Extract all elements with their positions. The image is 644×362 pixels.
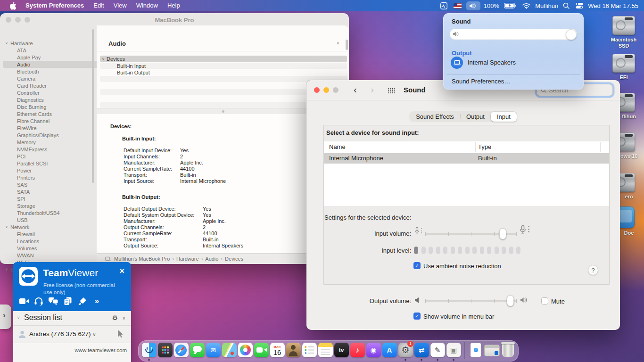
dock-photos[interactable]	[237, 340, 253, 362]
sidebar-item-thunderbolt-usb4[interactable]: Thunderbolt/USB4	[3, 209, 107, 216]
output-volume-slider[interactable]	[425, 295, 517, 306]
sound-preferences-item[interactable]: Sound Preferences…	[452, 78, 510, 85]
sidebar-item-diagnostics[interactable]: Diagnostics	[3, 96, 107, 103]
dock-launchpad[interactable]	[157, 340, 173, 362]
video-icon[interactable]	[19, 297, 29, 305]
sidebar-item-graphics-displays[interactable]: Graphics/Displays	[3, 132, 107, 139]
sidebar-item-card-reader[interactable]: Card Reader	[3, 82, 107, 89]
dock-system-preferences[interactable]: ⚙1	[397, 340, 413, 362]
slider-knob[interactable]	[507, 295, 514, 306]
dock-messages[interactable]	[189, 340, 205, 362]
sidebar-section-network[interactable]: ∨Network	[3, 223, 92, 230]
more-icon[interactable]: »	[92, 297, 102, 305]
sidebar-item-bluetooth[interactable]: Bluetooth	[3, 68, 107, 75]
popover-volume-slider[interactable]	[450, 29, 577, 40]
tab-output[interactable]: Output	[460, 112, 491, 122]
input-volume-slider[interactable]	[425, 228, 517, 239]
menu-help[interactable]: Help	[163, 0, 185, 11]
sidebar-item-storage[interactable]: Storage	[3, 202, 107, 209]
back-button[interactable]: ‹	[354, 83, 357, 96]
dock-teamviewer[interactable]: ⇄	[413, 340, 429, 362]
tab-sound-effects[interactable]: Sound Effects	[410, 112, 460, 122]
battery-icon[interactable]	[503, 3, 518, 8]
brush-icon[interactable]	[77, 297, 87, 305]
dock-app-store[interactable]: A	[381, 340, 397, 362]
user-menu[interactable]: Muflihun	[535, 2, 558, 9]
dock-finder[interactable]	[141, 340, 157, 362]
dock-contacts[interactable]	[285, 340, 301, 362]
desktop-icon-macintosh-ssd[interactable]	[612, 16, 635, 35]
activity-icon[interactable]	[439, 2, 449, 9]
menu-view[interactable]: View	[109, 0, 132, 11]
sidebar-item-volumes[interactable]: Volumes	[3, 245, 107, 252]
sound-menu-icon[interactable]	[466, 1, 480, 10]
dock-podcasts[interactable]: ◉	[365, 340, 381, 362]
volume-knob[interactable]	[566, 29, 577, 40]
tree-item-built-in-input[interactable]: Built-in Input	[100, 63, 347, 69]
chat-icon[interactable]	[48, 297, 58, 305]
sidebar-item-firewall[interactable]: Firewall	[3, 230, 107, 238]
minimize-button[interactable]	[323, 87, 329, 93]
sidebar-item-firewire[interactable]: FireWire	[3, 124, 107, 132]
main-scrollbar[interactable]	[346, 40, 348, 50]
sidebar-item-sata[interactable]: SATA	[3, 188, 107, 195]
menu-window[interactable]: Window	[132, 0, 163, 11]
audio-section-header[interactable]: Audio ∧	[97, 25, 349, 51]
input-source-flag-icon[interactable]	[452, 3, 463, 8]
dock-utility[interactable]: ▣	[446, 340, 462, 362]
zoom-button[interactable]	[333, 87, 339, 93]
sidebar-item-usb[interactable]: USB	[3, 216, 107, 223]
sidebar-item-controller[interactable]: Controller	[3, 89, 107, 96]
app-menu-system-preferences[interactable]: System Preferences	[21, 0, 89, 11]
sidebar-item-audio[interactable]: Audio	[3, 61, 107, 68]
sidebar-item-parallel-scsi[interactable]: Parallel SCSI	[3, 160, 107, 167]
column-type[interactable]: Type	[478, 143, 491, 150]
dock-safari[interactable]	[173, 340, 189, 362]
chevron-up-icon[interactable]: ∧	[336, 41, 339, 45]
dock-facetime[interactable]	[253, 340, 269, 362]
menu-edit[interactable]: Edit	[89, 0, 108, 11]
session-list-header[interactable]: ∨ Session list ⚙ ∨	[13, 311, 131, 326]
slider-knob[interactable]	[499, 228, 506, 239]
sidebar-item-apple-pay[interactable]: Apple Pay	[3, 54, 107, 61]
sidebar-item-spi[interactable]: SPI	[3, 195, 107, 202]
apple-menu[interactable]	[5, 2, 21, 10]
session-entry[interactable]: Andres (776 375 627) ∨	[13, 326, 131, 342]
copy-icon[interactable]	[63, 297, 73, 305]
clock[interactable]: Wed 16 Mar 17.55	[588, 2, 638, 9]
mute-checkbox[interactable]	[541, 297, 548, 304]
table-header[interactable]: Name Type	[324, 141, 609, 154]
dock-textedit[interactable]: ✎	[429, 340, 446, 362]
dock-reminders[interactable]	[301, 340, 317, 362]
sidebar-item-locations[interactable]: Locations	[3, 238, 107, 245]
sidebar-item-ata[interactable]: ATA	[3, 47, 107, 54]
chevron-down-icon[interactable]: ∨	[122, 316, 125, 321]
sidebar-item-memory[interactable]: Memory	[3, 139, 107, 146]
sidebar-scrollbar[interactable]	[92, 29, 94, 183]
dock-calendar[interactable]: MAR16	[269, 340, 285, 362]
tab-input[interactable]: Input	[491, 112, 517, 122]
sidebar-item-camera[interactable]: Camera	[3, 75, 107, 82]
dock-notes[interactable]	[317, 340, 333, 362]
dock-trash[interactable]	[500, 340, 516, 362]
teamviewer-website-link[interactable]: www.teamviewer.com	[74, 347, 127, 353]
spotlight-search-icon[interactable]	[561, 2, 571, 9]
dock-music[interactable]: ♪	[349, 340, 365, 362]
column-name[interactable]: Name	[329, 143, 346, 150]
wifi-icon[interactable]	[521, 3, 532, 9]
headset-icon[interactable]	[33, 297, 43, 305]
close-button[interactable]	[314, 87, 320, 93]
sidebar-item-power[interactable]: Power	[3, 167, 107, 174]
output-device-row[interactable]: Internal Speakers	[443, 57, 584, 71]
sidebar-item-ethernet-cards[interactable]: Ethernet Cards	[3, 110, 107, 117]
sidebar-item-wwan[interactable]: WWAN	[3, 252, 107, 259]
help-button[interactable]: ?	[588, 265, 598, 275]
gear-icon[interactable]: ⚙	[112, 314, 118, 321]
sidebar-item-nvmexpress[interactable]: NVMExpress	[3, 146, 107, 153]
sidebar-item-sas[interactable]: SAS	[3, 181, 107, 188]
tree-root-devices[interactable]: ∨Devices	[100, 56, 347, 62]
dock-downloads[interactable]	[468, 340, 484, 362]
close-icon[interactable]: ×	[119, 266, 124, 276]
table-row[interactable]: Internal MicrophoneBuilt-in	[324, 153, 609, 164]
show-all-grid-icon[interactable]	[388, 88, 395, 93]
